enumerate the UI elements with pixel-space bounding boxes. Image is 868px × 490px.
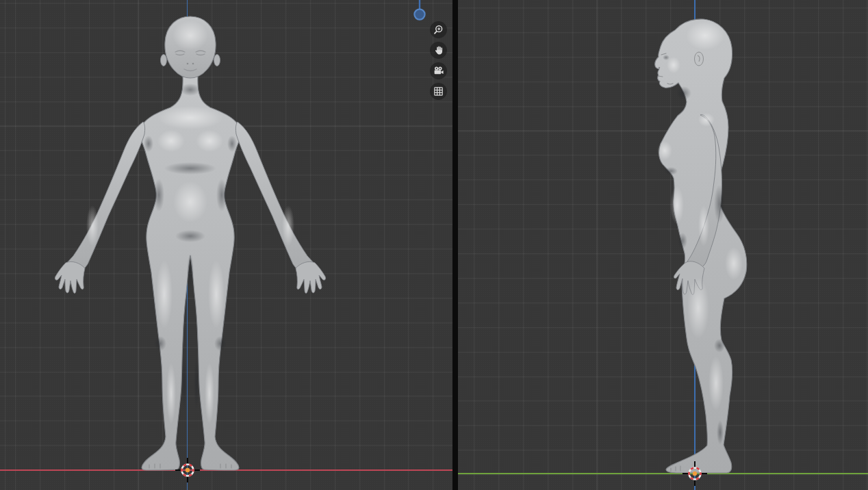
navigation-axis-handle[interactable] xyxy=(411,0,429,22)
pan-hand-icon[interactable] xyxy=(430,42,447,59)
z-axis-line xyxy=(187,0,188,490)
viewport-split-divider[interactable] xyxy=(452,0,458,490)
3d-cursor xyxy=(681,460,709,487)
viewport-grid xyxy=(458,0,868,490)
zoom-icon[interactable] xyxy=(430,21,447,38)
projection-grid-icon[interactable] xyxy=(430,83,447,100)
y-axis-line xyxy=(458,473,868,474)
camera-view-icon[interactable] xyxy=(430,62,447,79)
dual-3d-viewport xyxy=(0,0,868,490)
viewport-nav-controls xyxy=(430,21,448,103)
3d-cursor xyxy=(174,456,201,484)
viewport-front-view[interactable] xyxy=(0,0,452,490)
z-axis-line xyxy=(694,0,695,490)
viewport-grid xyxy=(0,0,452,490)
viewport-side-view[interactable] xyxy=(458,0,868,490)
x-axis-line xyxy=(0,469,452,471)
